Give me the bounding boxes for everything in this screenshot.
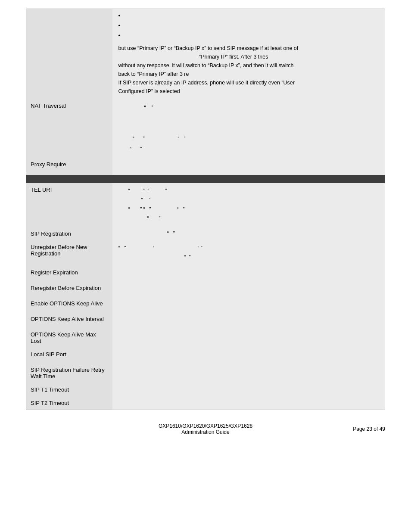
right-cell-sip-t1 <box>112 383 385 396</box>
right-cell-options-enable <box>112 297 385 312</box>
unregister-label: Unregister Before New Registration <box>31 244 87 257</box>
nat-content: “ ” “ ” “ ” “ ” <box>118 103 379 154</box>
left-cell-proxy: Proxy Require <box>26 158 112 175</box>
table-row: SIP T1 Timeout <box>26 383 385 396</box>
options-interval-label: OPTIONS Keep Alive Interval <box>31 316 104 322</box>
sip-reg-failure-label: SIP Registration Failure Retry Wait Time <box>31 367 105 380</box>
left-cell-unreg: Unregister Before New Registration <box>26 240 112 266</box>
local-sip-port-label: Local SIP Port <box>31 351 66 358</box>
proxy-require-label: Proxy Require <box>31 161 66 168</box>
reregister-label: Reregister Before Expiration <box>31 285 101 291</box>
table-row: Reregister Before Expiration <box>26 281 385 297</box>
table-row: Proxy Require <box>26 158 385 175</box>
right-cell-tel: “ ” “ ” “ ” “ ” “ ” “ ” “ ” <box>112 183 385 227</box>
right-cell-proxy <box>112 158 385 175</box>
left-cell-reregister: Reregister Before Expiration <box>26 281 112 297</box>
right-cell-sip-reg-failure <box>112 363 385 383</box>
bullet-1: • <box>118 12 379 19</box>
left-cell-options-maxlost: OPTIONS Keep Alive Max Lost <box>26 328 112 348</box>
right-cell-regexp <box>112 266 385 281</box>
right-cell-unreg: “ ” ‘ “ ” “ ” <box>112 240 385 266</box>
right-cell-options-interval <box>112 312 385 328</box>
table-row: NAT Traversal “ ” “ ” “ ” “ ” <box>26 99 385 158</box>
footer-guide: Administration Guide <box>159 429 252 435</box>
top-description: but use “Primary IP” or “Backup IP x” to… <box>118 44 379 96</box>
nat-traversal-label: NAT Traversal <box>31 103 66 109</box>
left-cell-nat: NAT Traversal <box>26 99 112 158</box>
left-cell-options-interval: OPTIONS Keep Alive Interval <box>26 312 112 328</box>
right-cell-sip-t2 <box>112 396 385 410</box>
sipreg-content: “ ” <box>118 230 379 236</box>
sip-registration-label: SIP Registration <box>31 230 71 237</box>
right-cell-top: • • • but use “Primary IP” or “Backup IP… <box>112 9 385 100</box>
table-row: • • • but use “Primary IP” or “Backup IP… <box>26 9 385 100</box>
page-container: • • • but use “Primary IP” or “Backup IP… <box>26 9 385 435</box>
table-row: Enable OPTIONS Keep Alive <box>26 297 385 312</box>
table-row: TEL URI “ ” “ ” “ ” “ ” “ ” “ ” “ <box>26 183 385 227</box>
enable-options-label: Enable OPTIONS Keep Alive <box>31 300 103 307</box>
table-row: SIP Registration Failure Retry Wait Time <box>26 363 385 383</box>
table-row: SIP T2 Timeout <box>26 396 385 410</box>
bullet-2: • <box>118 22 379 29</box>
sip-t1-label: SIP T1 Timeout <box>31 386 69 393</box>
table-row: OPTIONS Keep Alive Interval <box>26 312 385 328</box>
table-row: Register Expiration <box>26 266 385 281</box>
right-cell-local-sip <box>112 348 385 363</box>
left-cell-local-sip: Local SIP Port <box>26 348 112 363</box>
footer: GXP1610/GXP1620/GXP1625/GXP1628 Administ… <box>26 423 385 435</box>
left-cell-sip-reg-failure: SIP Registration Failure Retry Wait Time <box>26 363 112 383</box>
bullet-3: • <box>118 32 379 39</box>
left-cell-sipreg: SIP Registration <box>26 227 112 240</box>
tel-uri-label: TEL URI <box>31 187 52 193</box>
footer-page: Page 23 of 49 <box>353 426 385 432</box>
unreg-content: “ ” ‘ “ ” “ ” <box>118 244 379 262</box>
right-cell-options-maxlost <box>112 328 385 348</box>
tel-content: “ ” “ ” “ ” “ ” “ ” “ ” “ ” <box>118 187 379 224</box>
section-header-cell <box>26 175 385 183</box>
table-row: Unregister Before New Registration “ ” ‘… <box>26 240 385 266</box>
main-table: • • • but use “Primary IP” or “Backup IP… <box>26 9 385 410</box>
left-cell-sip-t1: SIP T1 Timeout <box>26 383 112 396</box>
left-cell-tel: TEL URI <box>26 183 112 227</box>
right-cell-reregister <box>112 281 385 297</box>
register-expiration-label: Register Expiration <box>31 269 78 276</box>
footer-center: GXP1610/GXP1620/GXP1625/GXP1628 Administ… <box>159 423 252 435</box>
table-row: OPTIONS Keep Alive Max Lost <box>26 328 385 348</box>
right-cell-nat: “ ” “ ” “ ” “ ” <box>112 99 385 158</box>
table-row: SIP Registration “ ” <box>26 227 385 240</box>
left-cell-regexp: Register Expiration <box>26 266 112 281</box>
left-cell-options-enable: Enable OPTIONS Keep Alive <box>26 297 112 312</box>
section-header-row <box>26 175 385 183</box>
table-row: Local SIP Port <box>26 348 385 363</box>
options-maxlost-label: OPTIONS Keep Alive Max Lost <box>31 331 96 344</box>
sip-t2-label: SIP T2 Timeout <box>31 400 69 406</box>
footer-model: GXP1610/GXP1620/GXP1625/GXP1628 <box>159 423 252 429</box>
right-cell-sipreg: “ ” <box>112 227 385 240</box>
left-cell-top <box>26 9 112 100</box>
left-cell-sip-t2: SIP T2 Timeout <box>26 396 112 410</box>
